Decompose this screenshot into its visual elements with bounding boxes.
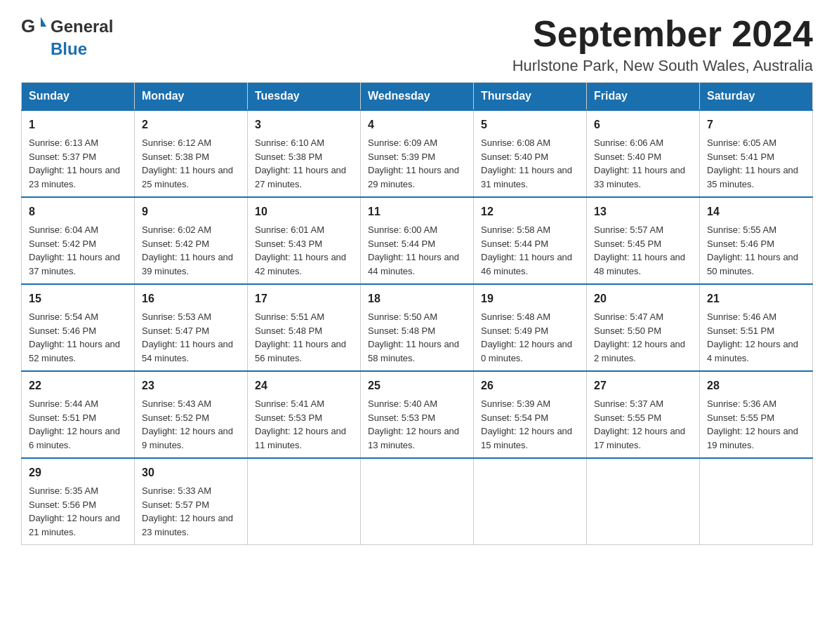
day-number: 25: [368, 377, 466, 394]
sunset-info: Sunset: 5:38 PM: [255, 152, 322, 162]
calendar-day-cell: 22Sunrise: 5:44 AMSunset: 5:51 PMDayligh…: [22, 371, 135, 458]
day-number: 22: [29, 377, 127, 394]
daylight-info: Daylight: 12 hours and 17 minutes.: [594, 426, 685, 450]
sunset-info: Sunset: 5:49 PM: [481, 326, 548, 336]
logo-general-text: General: [51, 17, 113, 36]
calendar-day-cell: 28Sunrise: 5:36 AMSunset: 5:55 PMDayligh…: [700, 371, 813, 458]
sunrise-info: Sunrise: 5:41 AM: [255, 398, 324, 409]
sunset-info: Sunset: 5:40 PM: [594, 152, 661, 162]
daylight-info: Daylight: 12 hours and 6 minutes.: [29, 426, 120, 450]
sunrise-info: Sunrise: 5:44 AM: [29, 398, 98, 409]
calendar-day-cell: 1Sunrise: 6:13 AMSunset: 5:37 PMDaylight…: [22, 110, 135, 197]
sunrise-info: Sunrise: 5:39 AM: [481, 398, 550, 409]
location-title: Hurlstone Park, New South Wales, Austral…: [512, 57, 813, 75]
calendar-table: SundayMondayTuesdayWednesdayThursdayFrid…: [21, 82, 813, 545]
day-number: 13: [594, 203, 692, 220]
sunset-info: Sunset: 5:53 PM: [255, 412, 322, 423]
calendar-day-cell: 25Sunrise: 5:40 AMSunset: 5:53 PMDayligh…: [361, 371, 474, 458]
sunset-info: Sunset: 5:47 PM: [142, 326, 209, 336]
daylight-info: Daylight: 12 hours and 0 minutes.: [481, 339, 572, 363]
calendar-day-cell: 23Sunrise: 5:43 AMSunset: 5:52 PMDayligh…: [135, 371, 248, 458]
daylight-info: Daylight: 11 hours and 44 minutes.: [368, 252, 459, 276]
calendar-day-cell: 10Sunrise: 6:01 AMSunset: 5:43 PMDayligh…: [248, 197, 361, 284]
day-number: 14: [707, 203, 805, 220]
sunset-info: Sunset: 5:55 PM: [707, 412, 774, 423]
logo-blue-text: Blue: [51, 39, 87, 58]
sunset-info: Sunset: 5:44 PM: [368, 239, 435, 249]
sunrise-info: Sunrise: 6:06 AM: [594, 137, 663, 148]
sunset-info: Sunset: 5:45 PM: [594, 239, 661, 249]
daylight-info: Daylight: 11 hours and 52 minutes.: [29, 339, 120, 363]
calendar-day-cell: 30Sunrise: 5:33 AMSunset: 5:57 PMDayligh…: [135, 458, 248, 545]
day-number: 27: [594, 377, 692, 394]
day-number: 20: [594, 290, 692, 307]
daylight-info: Daylight: 11 hours and 37 minutes.: [29, 252, 120, 276]
weekday-header-friday: Friday: [587, 83, 700, 111]
sunrise-info: Sunrise: 5:58 AM: [481, 224, 550, 235]
sunset-info: Sunset: 5:51 PM: [707, 326, 774, 336]
day-number: 12: [481, 203, 579, 220]
sunrise-info: Sunrise: 6:02 AM: [142, 224, 211, 235]
day-number: 24: [255, 377, 353, 394]
day-number: 28: [707, 377, 805, 394]
sunset-info: Sunset: 5:52 PM: [142, 412, 209, 423]
sunset-info: Sunset: 5:42 PM: [142, 239, 209, 249]
sunset-info: Sunset: 5:55 PM: [594, 412, 661, 423]
daylight-info: Daylight: 11 hours and 33 minutes.: [594, 165, 685, 189]
day-number: 18: [368, 290, 466, 307]
day-number: 10: [255, 203, 353, 220]
daylight-info: Daylight: 11 hours and 27 minutes.: [255, 165, 346, 189]
calendar-empty-cell: [700, 458, 813, 545]
calendar-day-cell: 7Sunrise: 6:05 AMSunset: 5:41 PMDaylight…: [700, 110, 813, 197]
sunset-info: Sunset: 5:41 PM: [707, 152, 774, 162]
sunrise-info: Sunrise: 5:36 AM: [707, 398, 776, 409]
calendar-day-cell: 5Sunrise: 6:08 AMSunset: 5:40 PMDaylight…: [474, 110, 587, 197]
weekday-header-saturday: Saturday: [700, 83, 813, 111]
title-section: September 2024 Hurlstone Park, New South…: [512, 14, 813, 75]
daylight-info: Daylight: 11 hours and 42 minutes.: [255, 252, 346, 276]
daylight-info: Daylight: 11 hours and 29 minutes.: [368, 165, 459, 189]
calendar-day-cell: 17Sunrise: 5:51 AMSunset: 5:48 PMDayligh…: [248, 284, 361, 371]
calendar-day-cell: 21Sunrise: 5:46 AMSunset: 5:51 PMDayligh…: [700, 284, 813, 371]
daylight-info: Daylight: 11 hours and 25 minutes.: [142, 165, 233, 189]
calendar-day-cell: 9Sunrise: 6:02 AMSunset: 5:42 PMDaylight…: [135, 197, 248, 284]
weekday-header-thursday: Thursday: [474, 83, 587, 111]
calendar-day-cell: 13Sunrise: 5:57 AMSunset: 5:45 PMDayligh…: [587, 197, 700, 284]
sunset-info: Sunset: 5:38 PM: [142, 152, 209, 162]
day-number: 9: [142, 203, 240, 220]
sunset-info: Sunset: 5:56 PM: [29, 499, 96, 510]
daylight-info: Daylight: 12 hours and 11 minutes.: [255, 426, 346, 450]
weekday-header-sunday: Sunday: [22, 83, 135, 111]
calendar-day-cell: 16Sunrise: 5:53 AMSunset: 5:47 PMDayligh…: [135, 284, 248, 371]
daylight-info: Daylight: 11 hours and 58 minutes.: [368, 339, 459, 363]
sunset-info: Sunset: 5:50 PM: [594, 326, 661, 336]
day-number: 11: [368, 203, 466, 220]
day-number: 7: [707, 116, 805, 133]
daylight-info: Daylight: 11 hours and 31 minutes.: [481, 165, 572, 189]
sunrise-info: Sunrise: 6:00 AM: [368, 224, 437, 235]
calendar-day-cell: 12Sunrise: 5:58 AMSunset: 5:44 PMDayligh…: [474, 197, 587, 284]
weekday-header-row: SundayMondayTuesdayWednesdayThursdayFrid…: [22, 83, 813, 111]
day-number: 1: [29, 116, 127, 133]
daylight-info: Daylight: 11 hours and 48 minutes.: [594, 252, 685, 276]
day-number: 15: [29, 290, 127, 307]
calendar-day-cell: 11Sunrise: 6:00 AMSunset: 5:44 PMDayligh…: [361, 197, 474, 284]
sunset-info: Sunset: 5:57 PM: [142, 499, 209, 510]
sunrise-info: Sunrise: 6:01 AM: [255, 224, 324, 235]
calendar-day-cell: 19Sunrise: 5:48 AMSunset: 5:49 PMDayligh…: [474, 284, 587, 371]
sunrise-info: Sunrise: 5:54 AM: [29, 311, 98, 322]
calendar-day-cell: 3Sunrise: 6:10 AMSunset: 5:38 PMDaylight…: [248, 110, 361, 197]
sunrise-info: Sunrise: 6:12 AM: [142, 137, 211, 148]
sunset-info: Sunset: 5:44 PM: [481, 239, 548, 249]
sunrise-info: Sunrise: 5:47 AM: [594, 311, 663, 322]
calendar-day-cell: 27Sunrise: 5:37 AMSunset: 5:55 PMDayligh…: [587, 371, 700, 458]
daylight-info: Daylight: 12 hours and 23 minutes.: [142, 513, 233, 537]
calendar-day-cell: 24Sunrise: 5:41 AMSunset: 5:53 PMDayligh…: [248, 371, 361, 458]
calendar-day-cell: 26Sunrise: 5:39 AMSunset: 5:54 PMDayligh…: [474, 371, 587, 458]
sunset-info: Sunset: 5:46 PM: [29, 326, 96, 336]
day-number: 6: [594, 116, 692, 133]
daylight-info: Daylight: 12 hours and 15 minutes.: [481, 426, 572, 450]
sunrise-info: Sunrise: 5:53 AM: [142, 311, 211, 322]
sunrise-info: Sunrise: 5:51 AM: [255, 311, 324, 322]
day-number: 5: [481, 116, 579, 133]
